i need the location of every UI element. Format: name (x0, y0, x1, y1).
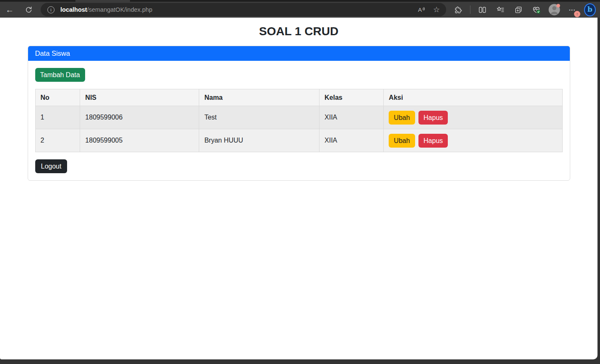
refresh-button[interactable] (22, 3, 35, 16)
cell-nama: Bryan HUUU (199, 129, 319, 152)
logout-button[interactable]: Logout (35, 159, 68, 173)
address-bar[interactable]: i localhost/semangatOK/index.php A ☆ (41, 3, 446, 16)
cell-nama: Test (199, 106, 319, 129)
url-host: localhost (60, 6, 87, 13)
toolbar-icon-cluster: ··· ↑ b (452, 3, 600, 16)
back-button[interactable]: ← (3, 3, 16, 16)
browser-essentials-heart-icon (532, 5, 541, 14)
table-header-row: No NIS Nama Kelas Aksi (35, 89, 562, 106)
update-available-badge: ↑ (574, 11, 580, 17)
hapus-button[interactable]: Hapus (418, 111, 448, 125)
page-title: SOAL 1 CRUD (0, 25, 597, 38)
column-header-nama: Nama (199, 89, 319, 106)
cell-no: 1 (35, 106, 80, 129)
settings-more-button[interactable]: ··· ↑ (566, 3, 579, 16)
extensions-button[interactable] (452, 3, 465, 16)
toolbar-divider (470, 5, 470, 14)
refresh-icon (25, 6, 33, 14)
cell-aksi: Ubah Hapus (384, 106, 562, 129)
tambah-data-button[interactable]: Tambah Data (35, 68, 85, 82)
cell-kelas: XIIA (319, 106, 384, 129)
column-header-kelas: Kelas (319, 89, 384, 106)
favorites-button[interactable] (494, 3, 506, 16)
cell-aksi: Ubah Hapus (384, 129, 562, 152)
collections-button[interactable] (512, 3, 525, 16)
cell-no: 2 (35, 129, 80, 152)
column-header-no: No (35, 89, 80, 106)
data-siswa-card: Data Siswa Tambah Data No NIS Nama Kelas… (28, 46, 570, 181)
profile-button[interactable] (548, 3, 561, 16)
back-icon: ← (5, 5, 14, 14)
cell-nis: 1809599006 (80, 106, 199, 129)
card-body: Tambah Data No NIS Nama Kelas Aksi (28, 61, 570, 180)
card-header: Data Siswa (28, 46, 570, 61)
hapus-button[interactable]: Hapus (418, 134, 448, 148)
url-text[interactable]: localhost/semangatOK/index.php (60, 6, 413, 13)
column-header-nis: NIS (80, 89, 199, 106)
browser-toolbar: ← i localhost/semangatOK/index.php A ☆ (0, 2, 600, 18)
bing-letter: b (587, 5, 592, 13)
browser-essentials-button[interactable] (530, 3, 543, 16)
cell-nis: 1809599005 (80, 129, 199, 152)
column-header-aksi: Aksi (384, 89, 562, 106)
ubah-button[interactable]: Ubah (389, 111, 415, 125)
favorites-star-list-icon (496, 5, 505, 14)
favorite-star-icon: ☆ (433, 5, 440, 14)
profile-avatar-icon (548, 3, 561, 16)
split-screen-button[interactable] (476, 3, 488, 16)
ubah-button[interactable]: Ubah (389, 134, 415, 148)
avatar (548, 3, 561, 16)
split-screen-icon (478, 5, 487, 14)
read-aloud-button[interactable]: A (415, 3, 428, 16)
bing-chat-button[interactable]: b (584, 3, 597, 16)
read-aloud-icon: A (417, 5, 426, 14)
page-viewport: SOAL 1 CRUD Data Siswa Tambah Data No NI… (0, 18, 597, 359)
extensions-puzzle-icon (454, 5, 463, 14)
collections-icon (514, 5, 523, 14)
table-row: 2 1809599005 Bryan HUUU XIIA Ubah Hapus (35, 129, 562, 152)
students-table: No NIS Nama Kelas Aksi 1 1809599006 Test… (35, 89, 563, 152)
url-path: /semangatOK/index.php (87, 6, 153, 13)
svg-text:A: A (418, 7, 422, 13)
table-row: 1 1809599006 Test XIIA Ubah Hapus (35, 106, 562, 129)
cell-kelas: XIIA (319, 129, 384, 152)
favorite-star-button[interactable]: ☆ (430, 3, 443, 16)
site-info-icon[interactable]: i (47, 6, 55, 13)
bing-icon: b (584, 3, 596, 16)
